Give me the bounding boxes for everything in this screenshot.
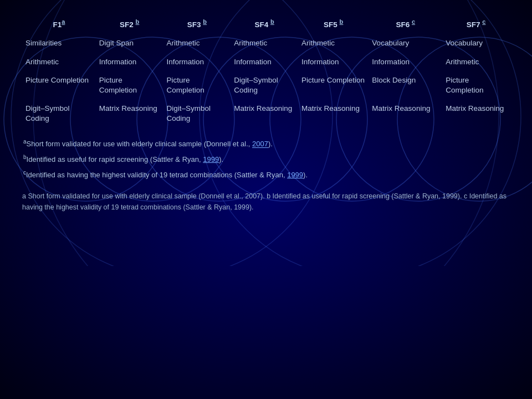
- table-cell: Digit–Symbol Coding: [163, 97, 231, 125]
- table-cell: Vocabulary: [442, 30, 510, 50]
- footnote-link[interactable]: 2007: [252, 140, 268, 149]
- table-cell: Matrix Reasoning: [231, 97, 298, 125]
- table-cell: Arithmetic: [231, 30, 298, 50]
- table-cell: Vocabulary: [369, 30, 442, 50]
- table-cell: Information: [369, 50, 442, 69]
- footnote-sup: c: [23, 170, 26, 176]
- header-f1: F1a: [22, 16, 96, 30]
- table-row: ArithmeticInformationInformationInformat…: [22, 50, 510, 69]
- table-cell: Matrix Reasoning: [298, 97, 369, 125]
- main-content: F1a SF2 b SF3 b SF4 b SF5 b SF6 c: [0, 0, 532, 224]
- table-cell: Digit–Symbol Coding: [231, 69, 298, 97]
- table-cell: Picture Completion: [442, 69, 510, 97]
- table-cell: Information: [298, 50, 369, 69]
- footnote-link[interactable]: 1999: [203, 155, 219, 163]
- table-cell: Arithmetic: [442, 50, 510, 69]
- footnote-link[interactable]: 1999: [287, 171, 303, 179]
- table-cell: Picture Completion: [96, 69, 163, 97]
- table-row: Picture CompletionPicture CompletionPict…: [22, 69, 510, 97]
- table-cell: Arithmetic: [22, 50, 96, 69]
- table-row: SimilaritiesDigit SpanArithmeticArithmet…: [22, 30, 510, 50]
- table-cell: Information: [163, 50, 231, 69]
- table-cell: Matrix Reasoning: [369, 97, 442, 125]
- header-sf3: SF3 b: [163, 16, 231, 30]
- footnote-item: cIdentified as having the highest validi…: [23, 168, 509, 181]
- table-cell: Picture Completion: [163, 69, 231, 97]
- footnote-item: aShort form validated for use with elder…: [23, 137, 509, 150]
- header-sf2: SF2 b: [96, 16, 163, 30]
- table-cell: Digit–Symbol Coding: [22, 97, 96, 125]
- bottom-paragraph: a Short form validated for use with elde…: [22, 191, 510, 213]
- table-header-row: F1a SF2 b SF3 b SF4 b SF5 b SF6 c: [22, 16, 510, 30]
- footnote-item: bIdentified as useful for rapid screenin…: [23, 153, 509, 165]
- table-cell: Block Design: [369, 69, 442, 97]
- table-cell: Information: [231, 50, 298, 69]
- header-sf6: SF6 c: [369, 16, 442, 30]
- header-sf4: SF4 b: [231, 16, 298, 30]
- table-cell: Matrix Reasoning: [442, 97, 510, 125]
- table-cell: Arithmetic: [163, 30, 231, 50]
- table-cell: Digit Span: [96, 30, 163, 50]
- table-cell: Arithmetic: [298, 30, 369, 50]
- header-sf5: SF5 b: [298, 16, 369, 30]
- table-cell: Information: [96, 50, 163, 69]
- table-row: Digit–Symbol CodingMatrix ReasoningDigit…: [22, 97, 510, 125]
- header-sf7: SF7 c: [442, 16, 510, 30]
- table-cell: Picture Completion: [298, 69, 369, 97]
- table-cell: Similarities: [22, 30, 96, 50]
- table-cell: Picture Completion: [22, 69, 96, 97]
- table-cell: Matrix Reasoning: [96, 97, 163, 125]
- footnote-sup: b: [23, 154, 27, 160]
- footnote-sup: a: [23, 139, 27, 145]
- data-table: F1a SF2 b SF3 b SF4 b SF5 b SF6 c: [22, 16, 510, 125]
- footnotes-section: aShort form validated for use with elder…: [22, 137, 510, 180]
